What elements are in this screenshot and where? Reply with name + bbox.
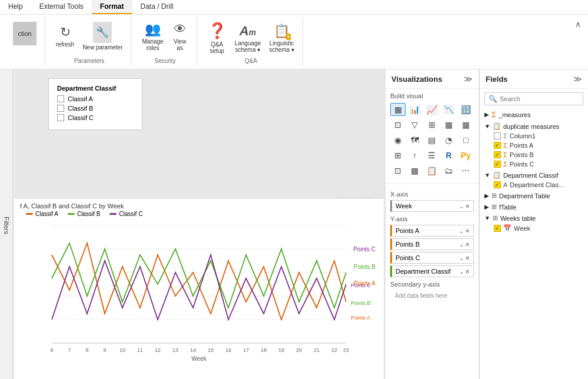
viz-r[interactable]: R bbox=[441, 149, 456, 162]
svg-text:18: 18 bbox=[261, 347, 267, 353]
secondary-y-placeholder: Add data fields here bbox=[390, 290, 474, 301]
viz-line-chart[interactable]: 📈 bbox=[424, 103, 440, 116]
search-input[interactable] bbox=[500, 95, 579, 102]
viz-donut[interactable]: ◉ bbox=[390, 134, 406, 147]
viz-python[interactable]: Py bbox=[458, 149, 473, 162]
y-axis-a-expand-icon[interactable]: ⌄ bbox=[459, 228, 464, 234]
qa-setup-btn[interactable]: ❓ Q&Asetup bbox=[204, 19, 230, 56]
tab-format[interactable]: Format bbox=[92, 0, 132, 14]
y-axis-b-expand-icon[interactable]: ⌄ bbox=[459, 241, 464, 248]
field-points-c-checkbox[interactable] bbox=[494, 161, 501, 168]
fields-panel-expand-btn[interactable]: ≫ bbox=[573, 74, 582, 84]
viz-kpi[interactable]: ↑ bbox=[407, 149, 423, 162]
ribbon-group-parameters: ↻ refresh 🔧 New parameter Parameters bbox=[48, 17, 131, 67]
y-axis-field-dept-icons: ⌄ ✕ bbox=[459, 268, 470, 275]
legend-label-c: Classif C bbox=[68, 114, 94, 121]
y-axis-b-remove-icon[interactable]: ✕ bbox=[465, 241, 470, 248]
viz-clustered[interactable]: ▦ bbox=[441, 118, 456, 131]
legend-tooltip-title: Department Classif bbox=[57, 85, 134, 92]
y-axis-c-expand-icon[interactable]: ⌄ bbox=[459, 255, 464, 261]
legend-checkbox-a[interactable] bbox=[57, 95, 64, 102]
viz-combo[interactable]: ⊞ bbox=[424, 118, 440, 131]
field-week-checkbox[interactable] bbox=[494, 225, 501, 232]
viz-gauge[interactable]: ◔ bbox=[441, 134, 456, 147]
new-parameter-btn[interactable]: 🔧 New parameter bbox=[79, 19, 126, 53]
viz-100pct[interactable]: ▦ bbox=[458, 118, 473, 131]
y-axis-dept-expand-icon[interactable]: ⌄ bbox=[459, 268, 464, 275]
tab-help[interactable]: Help bbox=[0, 0, 31, 14]
fields-search-box[interactable]: 🔍 bbox=[484, 92, 583, 105]
viz-qa-visual[interactable]: ▦ bbox=[407, 164, 423, 177]
viz-map[interactable]: 🗺 bbox=[407, 134, 423, 147]
fields-panel-title: Fields bbox=[486, 75, 508, 84]
legend-text-c: Classif C bbox=[119, 211, 142, 217]
y-axis-a-remove-icon[interactable]: ✕ bbox=[465, 228, 470, 234]
points-a-sigma-icon: Σ bbox=[503, 142, 507, 149]
viz-grid-row1: ▦ 📊 📈 📉 🔢 bbox=[390, 103, 474, 116]
refresh-btn[interactable]: ↻ refresh bbox=[52, 19, 78, 53]
svg-text:Points B: Points B bbox=[351, 300, 371, 306]
qa-setup-icon: ❓ bbox=[208, 22, 227, 40]
viz-card[interactable]: □ bbox=[458, 134, 473, 147]
viz-table[interactable]: 🔢 bbox=[458, 103, 473, 116]
field-dept-clas-checkbox[interactable] bbox=[494, 181, 501, 188]
field-group-dept-header[interactable]: ▼ 📋 Department Classif bbox=[482, 170, 586, 180]
viz-treemap[interactable]: ▤ bbox=[424, 134, 440, 147]
dept-table-label: Department Table bbox=[499, 192, 550, 200]
field-group-ftable-header[interactable]: ▶ ⊞ fTable bbox=[482, 202, 586, 212]
field-column1-checkbox[interactable] bbox=[494, 132, 501, 139]
viz-matrix[interactable]: ⊞ bbox=[390, 149, 406, 162]
week-calendar-icon: 📅 bbox=[503, 224, 511, 232]
svg-text:19: 19 bbox=[278, 347, 284, 353]
field-points-b-checkbox[interactable] bbox=[494, 151, 501, 158]
field-points-a-checkbox[interactable] bbox=[494, 142, 501, 149]
viz-paginated[interactable]: 📋 bbox=[424, 164, 440, 177]
legend-checkbox-c[interactable] bbox=[57, 114, 64, 121]
viz-area-chart[interactable]: 📉 bbox=[441, 103, 456, 116]
tab-external-tools[interactable]: External Tools bbox=[31, 0, 92, 14]
manage-roles-btn[interactable]: 👥 Manageroles bbox=[138, 19, 167, 54]
viz-smart-narrative[interactable]: 🗂 bbox=[441, 164, 456, 177]
legend-item-b: Classif B bbox=[57, 105, 134, 112]
viz-bar-chart[interactable]: ▦ bbox=[390, 103, 406, 116]
viz-scatter[interactable]: ⊡ bbox=[390, 118, 406, 131]
linguistic-schema-label: Linguisticschema ▾ bbox=[269, 40, 294, 53]
action-btn[interactable]: ction bbox=[9, 19, 40, 48]
field-week: 📅 Week bbox=[482, 223, 586, 233]
y-axis-c-remove-icon[interactable]: ✕ bbox=[465, 255, 470, 261]
field-group-dept-classif: ▼ 📋 Department Classif A Department Clas… bbox=[482, 170, 586, 190]
field-group-weeks-header[interactable]: ▼ ⊞ Weeks table bbox=[482, 213, 586, 223]
field-group-dup-header[interactable]: ▼ 📋 duplicate measures bbox=[482, 121, 586, 131]
ribbon-group-qa: ❓ Q&Asetup Aт Languageschema ▾ 📋▾ Lingui… bbox=[200, 17, 303, 67]
svg-text:21: 21 bbox=[314, 347, 320, 353]
field-group-dept-table-header[interactable]: ▶ ⊞ Department Table bbox=[482, 191, 586, 201]
viz-more[interactable]: ⋯ bbox=[458, 164, 473, 177]
secondary-y-axis-label: Secondary y-axis bbox=[390, 281, 474, 288]
viz-stacked-bar[interactable]: 📊 bbox=[407, 103, 423, 116]
svg-text:12: 12 bbox=[155, 347, 161, 353]
legend-dot-b bbox=[68, 213, 75, 215]
language-schema-btn[interactable]: Aт Languageschema ▾ bbox=[231, 19, 265, 56]
legend-checkbox-b[interactable] bbox=[57, 105, 64, 112]
x-axis-expand-icon[interactable]: ⌄ bbox=[459, 203, 464, 210]
ribbon-minimize-btn[interactable]: ∧ bbox=[573, 17, 583, 31]
legend-text-b: Classif B bbox=[77, 211, 100, 217]
viz-slicer[interactable]: ☰ bbox=[424, 149, 440, 162]
x-axis-remove-icon[interactable]: ✕ bbox=[465, 203, 470, 210]
ribbon: Help External Tools Format Data / Drill … bbox=[0, 0, 588, 69]
linguistic-schema-btn[interactable]: 📋▾ Linguisticschema ▾ bbox=[265, 19, 298, 56]
viz-funnel[interactable]: ▽ bbox=[407, 118, 423, 131]
viz-panel-expand-btn[interactable]: ≫ bbox=[464, 74, 473, 84]
ribbon-group-action: ction bbox=[5, 17, 45, 67]
view-as-btn[interactable]: 👁 Viewas bbox=[168, 19, 192, 54]
fields-panel: Fields ≫ 🔍 ▶ Σ _measures bbox=[479, 69, 588, 379]
viz-decomp[interactable]: ⊡ bbox=[390, 164, 406, 177]
y-axis-dept-remove-icon[interactable]: ✕ bbox=[465, 268, 470, 275]
column1-label: Column1 bbox=[510, 132, 536, 139]
filters-sidebar[interactable]: Filters bbox=[0, 69, 13, 379]
field-column1: Σ Column1 bbox=[482, 131, 586, 141]
tab-data-drill[interactable]: Data / Drill bbox=[132, 0, 182, 14]
new-param-icon: 🔧 bbox=[93, 22, 112, 43]
field-group-measures-header[interactable]: ▶ Σ _measures bbox=[482, 109, 586, 120]
visualizations-panel: Visualizations ≫ Build visual ▦ 📊 📈 📉 🔢 … bbox=[385, 69, 479, 379]
